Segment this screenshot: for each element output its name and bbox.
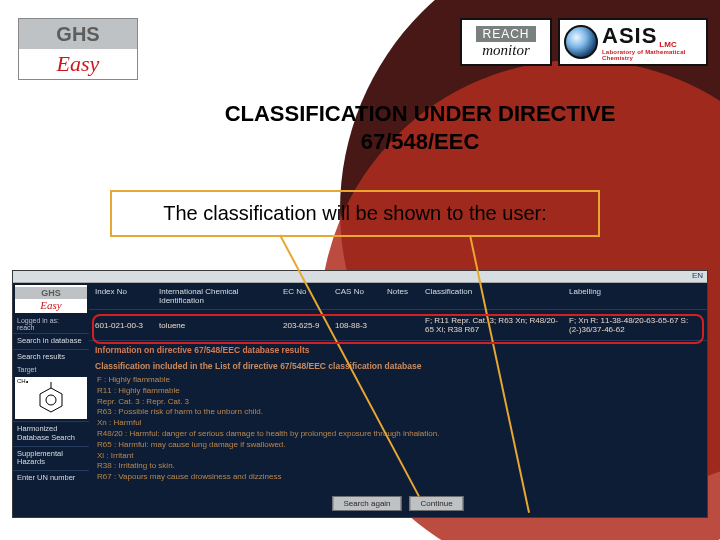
sidebar-target-label: Target bbox=[13, 364, 89, 375]
sidebar-item-results[interactable]: Search results bbox=[13, 349, 89, 365]
oasis-subtitle: Laboratory of Mathematical Chemistry bbox=[602, 49, 702, 61]
svg-marker-0 bbox=[40, 388, 62, 412]
sidebar-item-harmonized[interactable]: Harmonized Database Search bbox=[13, 421, 89, 445]
title-line2: 67/548/EEC bbox=[160, 128, 680, 156]
sidebar-logo-top: GHS bbox=[15, 287, 87, 299]
title-line1: CLASSIFICATION UNDER DIRECTIVE bbox=[160, 100, 680, 128]
col-labelling: Labelling bbox=[569, 287, 701, 305]
desc-line: R11 : Highly flammable bbox=[97, 386, 699, 397]
app-topbar: EN bbox=[13, 271, 707, 283]
table-row[interactable]: 601-021-00-3 toluene 203-625-9 108-88-3 … bbox=[89, 309, 707, 341]
col-index: Index No bbox=[95, 287, 155, 305]
cell-name: toluene bbox=[159, 321, 279, 330]
sidebar-item-supplemental[interactable]: Supplemental Hazards bbox=[13, 446, 89, 470]
section-title-2: Classification included in the List of d… bbox=[89, 357, 707, 373]
app-main: Index No International Chemical Identifi… bbox=[89, 283, 707, 517]
col-cas: CAS No bbox=[335, 287, 383, 305]
ghs-logo-top: GHS bbox=[19, 19, 137, 49]
desc-line: R38 : Irritating to skin. bbox=[97, 461, 699, 472]
logged-in-label: Logged in as: reach bbox=[13, 315, 89, 333]
target-structure[interactable]: CH₃ bbox=[15, 377, 87, 419]
ghs-easy-logo: GHS Easy bbox=[18, 18, 138, 80]
col-name: International Chemical Identification bbox=[159, 287, 279, 305]
reach-logo-top: REACH bbox=[476, 26, 535, 42]
classification-descriptions: F : Highly flammable R11 : Highly flamma… bbox=[89, 373, 707, 487]
benzene-icon bbox=[35, 382, 67, 416]
oasis-logo-text: ASIS bbox=[602, 23, 657, 49]
desc-line: Xn : Harmful bbox=[97, 418, 699, 429]
cell-labelling: F; Xn R: 11-38-48/20-63-65-67 S: (2-)36/… bbox=[569, 316, 701, 334]
caption-box: The classification will be shown to the … bbox=[110, 190, 600, 237]
reach-logo-bottom: monitor bbox=[482, 42, 530, 59]
desc-line: R48/20 : Harmful: danger of serious dama… bbox=[97, 429, 699, 440]
target-formula: CH₃ bbox=[17, 377, 28, 384]
desc-line: F : Highly flammable bbox=[97, 375, 699, 386]
sidebar-logo-bottom: Easy bbox=[40, 299, 61, 311]
sidebar-item-search[interactable]: Search in database bbox=[13, 333, 89, 349]
logged-label: Logged in as: bbox=[17, 317, 59, 324]
desc-line: Repr. Cat. 3 : Repr. Cat. 3 bbox=[97, 397, 699, 408]
svg-point-1 bbox=[46, 395, 56, 405]
section-title-1: Information on directive 67/548/EEC data… bbox=[89, 341, 707, 357]
cell-cas: 108-88-3 bbox=[335, 321, 383, 330]
ghs-logo-bottom: Easy bbox=[19, 49, 137, 79]
cell-ec: 203-625-9 bbox=[283, 321, 331, 330]
oasis-lmc: LMC bbox=[659, 40, 676, 49]
col-notes: Notes bbox=[387, 287, 421, 305]
search-again-button[interactable]: Search again bbox=[332, 496, 401, 511]
continue-button[interactable]: Continue bbox=[410, 496, 464, 511]
desc-line: R63 : Possible risk of harm to the unbor… bbox=[97, 407, 699, 418]
col-classification: Classification bbox=[425, 287, 565, 305]
app-window: EN GHS Easy Logged in as: reach Search i… bbox=[12, 270, 708, 518]
cell-index: 601-021-00-3 bbox=[95, 321, 155, 330]
caption-text: The classification will be shown to the … bbox=[163, 202, 547, 224]
oasis-logo: ASIS LMC Laboratory of Mathematical Chem… bbox=[558, 18, 708, 66]
desc-line: R65 : Harmful: may cause lung damage if … bbox=[97, 440, 699, 451]
table-header-row: Index No International Chemical Identifi… bbox=[89, 283, 707, 309]
desc-line: R67 : Vapours may cause drowsiness and d… bbox=[97, 472, 699, 483]
sidebar-item-un-number[interactable]: Enter UN number bbox=[13, 470, 89, 486]
app-sidebar: GHS Easy Logged in as: reach Search in d… bbox=[13, 283, 89, 517]
globe-icon bbox=[564, 25, 598, 59]
reach-monitor-logo: REACH monitor bbox=[460, 18, 552, 66]
logged-user: reach bbox=[17, 324, 35, 331]
language-selector[interactable]: EN bbox=[692, 271, 703, 280]
slide-title: CLASSIFICATION UNDER DIRECTIVE 67/548/EE… bbox=[160, 100, 680, 155]
cell-classification: F; R11 Repr. Cat. 3; R63 Xn; R48/20-65 X… bbox=[425, 316, 565, 334]
sidebar-logo: GHS Easy bbox=[15, 285, 87, 313]
